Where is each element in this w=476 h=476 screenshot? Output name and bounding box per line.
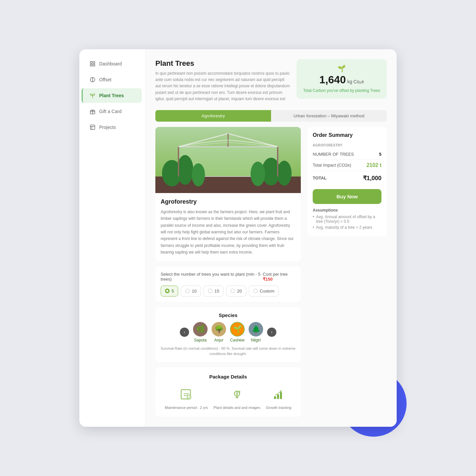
order-trees-label: NUMBER OF TREES xyxy=(313,152,354,157)
info-card: Agroforestry Agroforestry is also known … xyxy=(155,193,301,261)
cost-label: Cost per tree ₹150 xyxy=(263,272,296,282)
tree-option-10[interactable]: 10 xyxy=(181,286,201,297)
left-panel: Agroforestry Agroforestry is also known … xyxy=(155,127,301,417)
tree-options: 5 10 15 20 xyxy=(161,286,296,297)
plant-details-icon xyxy=(229,386,245,403)
plant-details-label: Plant details and and images xyxy=(214,405,260,410)
sapota-avatar: 🌿 xyxy=(193,322,208,337)
buy-now-button[interactable]: Buy Now xyxy=(313,189,381,204)
growth-icon xyxy=(270,386,287,403)
radio-5 xyxy=(165,289,170,293)
assumption-2: Avg. maturity of a tree = 2 years xyxy=(313,225,381,230)
svg-point-15 xyxy=(177,155,193,185)
agroforestry-description: Agroforestry is also known as the farmer… xyxy=(161,209,296,256)
order-total-value: ₹1,000 xyxy=(363,175,381,182)
sidebar-item-offset-label: Offset xyxy=(99,77,111,82)
species-cashew[interactable]: 🌱 Cashew xyxy=(230,322,245,342)
radio-20 xyxy=(230,289,235,293)
offset-icon xyxy=(89,76,96,83)
app-window: Dashboard Offset Plant Trees xyxy=(79,49,397,427)
page-title: Plant Trees xyxy=(155,59,290,68)
farm-image xyxy=(155,127,301,193)
radio-10 xyxy=(185,289,190,293)
tree-option-custom[interactable]: Custom xyxy=(249,286,279,297)
tree-option-15[interactable]: 15 xyxy=(204,286,223,297)
package-maintenance: Maintenance period - 2 yrs xyxy=(165,386,208,410)
svg-point-35 xyxy=(280,390,282,392)
tab-agroforestry[interactable]: Agroforestry xyxy=(155,110,271,122)
content-area: Agroforestry Agroforestry is also known … xyxy=(155,127,387,417)
carbon-leaf-icon: 🌱 xyxy=(303,64,380,72)
svg-rect-32 xyxy=(274,396,276,399)
order-impact-row: Total Impact (CO2e) 2102 t xyxy=(313,160,381,171)
order-trees-value: 5 xyxy=(379,152,381,157)
species-list: ‹ 🌿 Sapota 🌳 Anjur 🌱 Cashe xyxy=(161,322,296,342)
anjur-avatar: 🌳 xyxy=(212,322,226,337)
svg-rect-3 xyxy=(93,64,95,66)
species-card: Species ‹ 🌿 Sapota 🌳 Anjur xyxy=(155,307,301,362)
order-trees-row: NUMBER OF TREES 5 xyxy=(313,149,381,160)
gift-icon xyxy=(89,108,96,115)
sidebar: Dashboard Offset Plant Trees xyxy=(79,49,145,427)
radio-15 xyxy=(208,289,213,293)
svg-point-18 xyxy=(192,163,205,186)
sidebar-item-plant-trees[interactable]: Plant Trees xyxy=(82,88,142,103)
package-growth: Growth tracking xyxy=(266,386,291,410)
header-text: Plant Trees In quo pertineant non possim… xyxy=(155,59,290,102)
svg-point-19 xyxy=(251,162,265,186)
nilgiri-avatar: 🌲 xyxy=(249,322,263,337)
package-items: Maintenance period - 2 yrs xyxy=(162,386,294,410)
maintenance-label: Maintenance period - 2 yrs xyxy=(165,405,208,410)
sapota-name: Sapota xyxy=(194,338,207,342)
plant-trees-icon xyxy=(89,92,96,99)
sidebar-item-projects[interactable]: Projects xyxy=(83,120,142,135)
package-card: Package Details xyxy=(155,367,301,417)
sidebar-item-plant-trees-label: Plant Trees xyxy=(99,93,124,98)
cashew-avatar: 🌱 xyxy=(230,322,245,337)
tree-option-5[interactable]: 5 xyxy=(161,286,178,297)
sidebar-item-gift-card[interactable]: Gift a Card xyxy=(83,104,142,119)
tab-urban[interactable]: Urban forestation – Miyawaki method xyxy=(271,110,387,122)
dashboard-icon xyxy=(89,60,96,67)
carbon-amount: 1,640 kg Co₂e xyxy=(303,74,380,86)
svg-rect-33 xyxy=(277,394,279,399)
carbon-card: 🌱 1,640 kg Co₂e Total Carbon you've offs… xyxy=(297,59,387,99)
tree-option-20[interactable]: 20 xyxy=(226,286,246,297)
assumptions: Assumptions Avg. Annual amount of offset… xyxy=(313,208,381,230)
right-panel: Order Summary AGROFORESTRY NUMBER OF TRE… xyxy=(307,127,387,417)
radio-custom xyxy=(253,289,258,293)
carbon-label: Total Carbon you've offset by planting T… xyxy=(303,88,380,94)
tree-selector-card: Select the number of trees you want to p… xyxy=(155,266,301,302)
order-total-row: TOTAL ₹1,000 xyxy=(313,171,381,185)
agroforestry-title: Agroforestry xyxy=(161,198,296,205)
svg-point-31 xyxy=(238,391,240,393)
svg-point-17 xyxy=(277,161,292,186)
species-next-button[interactable]: › xyxy=(267,328,276,337)
sidebar-item-dashboard[interactable]: Dashboard xyxy=(83,57,142,71)
anjur-name: Anjur xyxy=(214,338,223,342)
sidebar-item-gift-card-label: Gift a Card xyxy=(99,109,122,114)
species-title: Species xyxy=(161,312,296,318)
species-nilgiri[interactable]: 🌲 Nilgiri xyxy=(249,322,263,342)
tree-selector-header: Select the number of trees you want to p… xyxy=(161,272,296,282)
sidebar-item-projects-label: Projects xyxy=(99,125,116,130)
method-tabs: Agroforestry Urban forestation – Miyawak… xyxy=(155,110,387,122)
order-impact-value: 2102 t xyxy=(367,162,381,168)
page-description: In quo pertineant non possim accommodare… xyxy=(155,70,290,102)
svg-rect-7 xyxy=(90,125,95,130)
species-anjur[interactable]: 🌳 Anjur xyxy=(212,322,226,342)
species-prev-button[interactable]: ‹ xyxy=(180,328,189,337)
package-title: Package Details xyxy=(162,374,294,379)
species-survival-note: Survival Rate (in normal conditions) - 8… xyxy=(161,346,296,357)
main-content: Plant Trees In quo pertineant non possim… xyxy=(145,49,397,427)
order-summary: Order Summary AGROFORESTRY NUMBER OF TRE… xyxy=(307,127,387,236)
sidebar-item-offset[interactable]: Offset xyxy=(83,72,142,87)
assumption-1: Avg. Annual amount of offset by a tree (… xyxy=(313,215,381,224)
species-sapota[interactable]: 🌿 Sapota xyxy=(193,322,208,342)
package-plant-details: Plant details and and images xyxy=(214,386,260,410)
order-impact-label: Total Impact (CO2e) xyxy=(313,163,351,168)
page-header: Plant Trees In quo pertineant non possim… xyxy=(155,59,387,102)
assumptions-title: Assumptions xyxy=(313,208,381,213)
svg-point-26 xyxy=(187,395,191,399)
cashew-name: Cashew xyxy=(230,338,244,342)
